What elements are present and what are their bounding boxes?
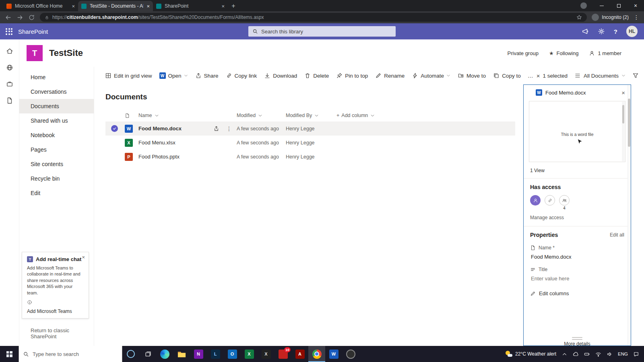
table-row[interactable]: Food Menu.xlsx A few seconds ago Henry L…	[105, 136, 515, 150]
more-actions-icon[interactable]: ⋮	[226, 125, 232, 132]
modified-column-header[interactable]: Modified	[237, 113, 286, 118]
site-title[interactable]: TestSite	[49, 48, 83, 58]
more-details-link[interactable]: More details	[564, 341, 590, 346]
globe-icon[interactable]	[6, 64, 13, 71]
browser-tab-sharepoint[interactable]: SharePoint ×	[153, 1, 228, 11]
download-button[interactable]: Download	[260, 69, 301, 82]
search-input[interactable]	[261, 29, 392, 35]
sidebar-item-home[interactable]: Home	[19, 70, 94, 84]
new-tab-button[interactable]: +	[228, 1, 239, 11]
taskbar-app-onenote[interactable]	[190, 346, 207, 362]
view-selector-button[interactable]: All Documents	[574, 72, 625, 79]
pin-to-top-button[interactable]: Pin to top	[332, 69, 372, 82]
taskbar-app-excel[interactable]	[241, 346, 258, 362]
edit-columns-button[interactable]: Edit columns	[530, 290, 624, 296]
weather-widget[interactable]: 22°C Weather alert	[505, 350, 556, 358]
document-preview[interactable]: This is a word file	[529, 101, 625, 162]
tab-close-icon[interactable]: ×	[72, 3, 75, 9]
share-button[interactable]: Share	[192, 69, 222, 82]
taskbar-app-word[interactable]	[325, 346, 342, 362]
share-icon[interactable]	[213, 125, 219, 132]
sidebar-item-pages[interactable]: Pages	[19, 142, 94, 157]
minimize-button[interactable]	[593, 0, 610, 11]
home-icon[interactable]	[6, 47, 13, 55]
panel-scrollbar[interactable]	[627, 85, 631, 346]
table-row[interactable]: Food Photos.pptx A few seconds ago Henry…	[105, 150, 515, 164]
gear-icon[interactable]	[598, 28, 605, 35]
taskbar-app-chrome[interactable]	[308, 346, 325, 362]
open-button[interactable]: Open	[156, 69, 192, 82]
link-access-icon[interactable]	[545, 195, 555, 206]
file-type-column-header[interactable]	[125, 113, 138, 118]
battery-icon[interactable]	[584, 351, 590, 357]
back-icon[interactable]	[5, 14, 12, 21]
taskbar-app-mail[interactable]: 10	[275, 346, 291, 362]
sidebar-item-recycle-bin[interactable]: Recycle bin	[19, 171, 94, 186]
info-icon[interactable]	[27, 300, 84, 305]
sidebar-item-site-contents[interactable]: Site contents	[19, 157, 94, 171]
bookmark-star-icon[interactable]	[576, 14, 582, 20]
file-name-cell[interactable]: Food Memo.docx ⋮	[138, 125, 237, 132]
members-button[interactable]: 1 member	[589, 50, 621, 56]
taskbar-app-lightroom[interactable]	[207, 346, 224, 362]
app-launcher-icon[interactable]	[6, 28, 12, 35]
account-avatar[interactable]: HL	[626, 26, 638, 37]
onedrive-cloud-icon[interactable]	[573, 351, 579, 357]
file-name-cell[interactable]: Food Menu.xlsx	[138, 140, 237, 146]
more-commands-button[interactable]: …	[524, 69, 537, 82]
taskbar-app-edge[interactable]	[156, 346, 173, 362]
row-selection-cell[interactable]	[105, 125, 125, 132]
sidebar-item-notebook[interactable]: Notebook	[19, 128, 94, 142]
sidebar-item-shared-with-us[interactable]: Shared with us	[19, 113, 94, 128]
taskbar-search-input[interactable]	[33, 351, 118, 357]
tab-close-icon[interactable]: ×	[221, 3, 225, 9]
modified-by-cell[interactable]: Henry Legge	[286, 140, 336, 146]
task-view-button[interactable]	[139, 346, 156, 362]
automate-button[interactable]: Automate	[408, 69, 454, 82]
browser-tab-testsite-documents[interactable]: TestSite - Documents - All Docu ×	[78, 1, 153, 11]
modified-by-cell[interactable]: Henry Legge	[286, 154, 336, 160]
briefcase-icon[interactable]	[6, 80, 13, 88]
rename-button[interactable]: Rename	[372, 69, 408, 82]
filter-button[interactable]	[632, 72, 639, 79]
panel-scrollbar-thumb[interactable]	[628, 99, 630, 147]
modified-by-column-header[interactable]: Modified By	[286, 113, 336, 118]
taskbar-app-outlook[interactable]	[224, 346, 241, 362]
title-field-input[interactable]	[531, 276, 625, 282]
close-window-button[interactable]: ×	[627, 0, 644, 11]
taskbar-search-box[interactable]	[19, 346, 122, 362]
edit-grid-view-button[interactable]: Edit in grid view	[101, 69, 156, 82]
file-name-cell[interactable]: Food Photos.pptx	[138, 154, 237, 160]
taskbar-app-acrobat[interactable]	[291, 346, 308, 362]
move-to-button[interactable]: Move to	[454, 69, 489, 82]
help-icon[interactable]: ?	[614, 28, 617, 35]
name-field-value[interactable]: Food Memo.docx	[531, 254, 624, 260]
incognito-profile-icon[interactable]	[580, 2, 587, 9]
table-row[interactable]: Food Memo.docx ⋮ A few seconds ago Henry…	[105, 121, 515, 136]
sidebar-item-documents[interactable]: Documents	[19, 99, 94, 113]
volume-icon[interactable]	[607, 351, 613, 357]
clear-selection-button[interactable]: × 1 selected	[537, 72, 568, 79]
show-hidden-icons-caret[interactable]	[561, 351, 568, 357]
resize-handle-icon[interactable]	[572, 337, 582, 338]
details-panel-close-icon[interactable]: ×	[621, 89, 625, 96]
site-logo[interactable]: T	[27, 45, 43, 61]
preview-scrollbar[interactable]	[622, 102, 625, 161]
url-omnibox[interactable]: https://citizenbuilders.sharepoint.com/s…	[40, 13, 587, 22]
megaphone-icon[interactable]	[582, 28, 589, 35]
sidebar-item-conversations[interactable]: Conversations	[19, 84, 94, 99]
library-search-box[interactable]	[248, 26, 396, 37]
taskbar-app-recorder[interactable]	[342, 346, 359, 362]
resize-handle-icon[interactable]	[572, 339, 582, 340]
following-button[interactable]: ★Following	[549, 50, 579, 56]
language-indicator[interactable]: ENG	[618, 352, 628, 356]
browser-menu-icon[interactable]: ⋮	[634, 14, 639, 21]
start-button[interactable]	[0, 346, 19, 362]
sidebar-item-edit[interactable]: Edit	[19, 186, 94, 200]
document-icon[interactable]	[6, 97, 13, 104]
name-column-header[interactable]: Name	[138, 113, 237, 118]
taskbar-app-file-explorer[interactable]	[173, 346, 190, 362]
modified-by-cell[interactable]: Henry Legge	[286, 126, 336, 132]
selected-check-icon[interactable]	[111, 125, 118, 132]
delete-button[interactable]: Delete	[301, 69, 332, 82]
